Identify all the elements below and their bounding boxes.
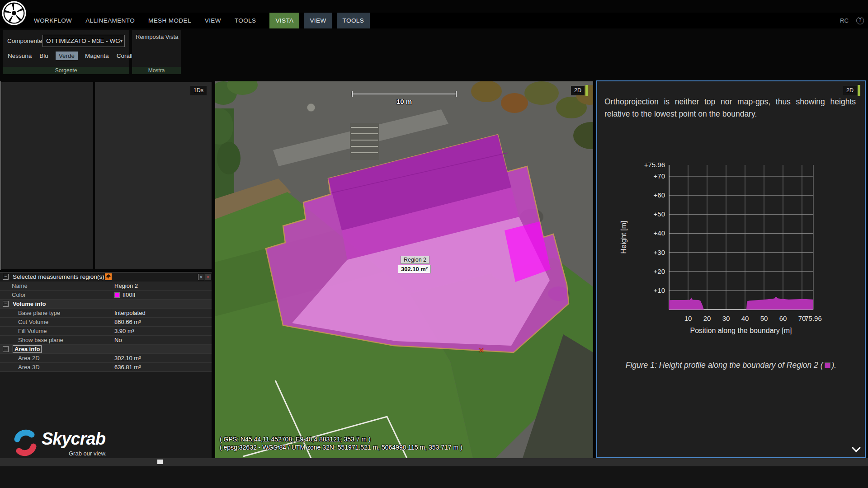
row-value: 302.10 m² <box>114 354 141 362</box>
skycrab-brand-name: Skycrab <box>42 429 105 449</box>
x-tick-label: 30 <box>722 314 730 322</box>
pin-icon[interactable] <box>105 273 112 280</box>
menu-view-2[interactable]: VIEW <box>304 13 332 28</box>
menu-vista-active[interactable]: VISTA <box>269 13 299 28</box>
y-tick-label: +70 <box>654 172 665 180</box>
left-scrollbar[interactable] <box>0 81 1 270</box>
menu-bar: WORKFLOW ALLINEAMENTO MESH MODEL VIEW TO… <box>0 13 868 28</box>
height-profile-chart: +75.96+70+60+50+40+30+20+101020304050607… <box>597 81 865 457</box>
left-view-pane-2[interactable] <box>95 82 212 269</box>
color-option-magenta[interactable]: Magenta <box>85 52 109 60</box>
gps-coordinates-line1: ( GPS: N45,44,11.452708; E9,40,4.883121;… <box>220 436 371 443</box>
row-value[interactable]: Region 2 <box>114 282 138 290</box>
collapse-panel-icon[interactable]: − <box>3 274 9 280</box>
help-icon[interactable]: ? <box>856 17 864 24</box>
detach-panel-icon[interactable]: × <box>198 274 204 280</box>
close-panel-icon[interactable]: × <box>205 274 211 280</box>
ortho-map-view[interactable]: 2D 10 m Region 2 302.10 m² ✕ ( GPS: N45,… <box>215 81 593 458</box>
ribbon-group-sorgente: Componente OTTIMIZZATO - M3E - WG ▾ Ness… <box>3 30 129 74</box>
left-view-pane-1[interactable] <box>1 82 93 269</box>
color-swatch <box>114 292 120 298</box>
scale-bar <box>352 94 457 94</box>
map-view-mode-badge[interactable]: 2D <box>571 86 585 95</box>
chart-y-axis-title: Height [m] <box>620 221 627 254</box>
y-tick-label: +10 <box>654 286 665 294</box>
color-option-nessuna[interactable]: Nessuna <box>7 52 32 60</box>
row-label: Color <box>12 291 26 299</box>
row-label: Name <box>12 282 28 290</box>
chart-x-axis-title: Position along the boundary [m] <box>690 327 792 334</box>
region-vertex-marker[interactable]: ✕ <box>478 346 484 355</box>
application-window: ↶ ↷ ▾ WORKFLOW ALLINEAMENTO MESH MODEL V… <box>0 0 868 488</box>
menu-tools-2[interactable]: TOOLS <box>337 13 370 28</box>
y-tick-label: +20 <box>654 267 665 275</box>
height-profile-area <box>746 296 813 310</box>
group-row-area-info[interactable]: − Area info <box>0 345 212 354</box>
ribbon: Componente OTTIMIZZATO - M3E - WG ▾ Ness… <box>0 28 868 81</box>
caption-text: Figure 1: Height profile along the bound… <box>626 361 823 370</box>
menu-tools[interactable]: TOOLS <box>235 13 256 28</box>
y-tick-label: +50 <box>654 210 665 218</box>
skycrab-tagline: Grab our view. <box>69 450 107 457</box>
caption-text: ). <box>832 361 837 370</box>
componente-label: Componente <box>7 35 42 47</box>
dropdown-caret-icon: ▾ <box>120 35 123 47</box>
y-tick-label: +30 <box>654 249 665 256</box>
height-profile-panel[interactable]: 2D Orthoprojection is neither top nor ma… <box>596 80 866 458</box>
row-label: Show base plane <box>18 336 63 344</box>
table-row-base-plane: Base plane type Interpolated <box>0 309 212 318</box>
x-tick-label: 75.96 <box>805 314 822 322</box>
y-tick-label: +75.96 <box>644 161 665 169</box>
componente-dropdown[interactable]: OTTIMIZZATO - M3E - WG ▾ <box>42 35 125 47</box>
measurements-header: − Selected measurements region(s) × × <box>0 272 212 282</box>
x-tick-label: 20 <box>703 314 711 322</box>
group-label-sorgente: Sorgente <box>3 67 129 74</box>
color-option-blu[interactable]: Blu <box>39 52 49 60</box>
row-label: Area 3D <box>18 363 40 371</box>
skycrab-logo-icon <box>12 429 39 456</box>
row-label: Fill Volume <box>18 327 47 335</box>
menu-workflow[interactable]: WORKFLOW <box>34 13 72 28</box>
scale-bar-tick <box>456 91 457 97</box>
menu-allineamento[interactable]: ALLINEAMENTO <box>85 13 135 28</box>
row-value: 3.90 m³ <box>114 327 134 335</box>
row-value[interactable]: No <box>114 336 122 344</box>
title-bar <box>0 0 868 13</box>
color-option-row: Nessuna Blu Verde Magenta Corallo <box>7 52 136 60</box>
left-view-mode-badge[interactable]: 1Ds <box>190 86 207 95</box>
height-profile-area <box>669 297 704 310</box>
collapse-group-icon[interactable]: − <box>3 346 9 352</box>
rc-badge: RC <box>840 13 849 28</box>
status-strip-marker <box>157 460 163 464</box>
gps-coordinates-line2: ( epsg:32632 - WGS 84 / UTM zone 32N: 55… <box>220 444 462 451</box>
x-tick-label: 10 <box>684 314 692 322</box>
menu-mesh-model[interactable]: MESH MODEL <box>148 13 191 28</box>
row-value: 860.66 m³ <box>114 318 141 326</box>
group-title: Area info <box>13 345 42 353</box>
app-logo-icon[interactable] <box>2 1 26 25</box>
menu-view[interactable]: VIEW <box>205 13 221 28</box>
caption-color-swatch <box>825 362 830 368</box>
x-tick-label: 40 <box>741 314 749 322</box>
row-value[interactable]: Interpolated <box>114 309 146 317</box>
reimposta-vista-button[interactable]: Reimposta Vista <box>136 33 178 40</box>
color-option-verde-selected[interactable]: Verde <box>56 52 78 60</box>
y-tick-label: +40 <box>654 229 665 237</box>
active-view-indicator <box>585 85 588 96</box>
scale-bar-label: 10 m <box>352 98 457 105</box>
table-row-color: Color ff00ff <box>0 291 212 300</box>
ribbon-group-mostra: Reimposta Vista Mostra <box>132 30 181 74</box>
row-value[interactable]: ff00ff <box>114 291 135 299</box>
table-row-show-base-plane: Show base plane No <box>0 336 212 345</box>
figure-caption: Figure 1: Height profile along the bound… <box>597 361 865 370</box>
group-row-volume-info[interactable]: − Volume info <box>0 300 212 309</box>
scale-bar-tick <box>352 91 353 97</box>
collapse-group-icon[interactable]: − <box>3 301 9 307</box>
row-value: 636.81 m² <box>114 363 141 371</box>
measurements-title: Selected measurements region(s) <box>13 272 104 282</box>
y-tick-label: +60 <box>654 191 665 199</box>
table-row-area-2d: Area 2D 302.10 m² <box>0 354 212 363</box>
table-row-cut-volume: Cut Volume 860.66 m³ <box>0 318 212 327</box>
row-label: Base plane type <box>18 309 60 317</box>
table-row-fill-volume: Fill Volume 3.90 m³ <box>0 327 212 336</box>
